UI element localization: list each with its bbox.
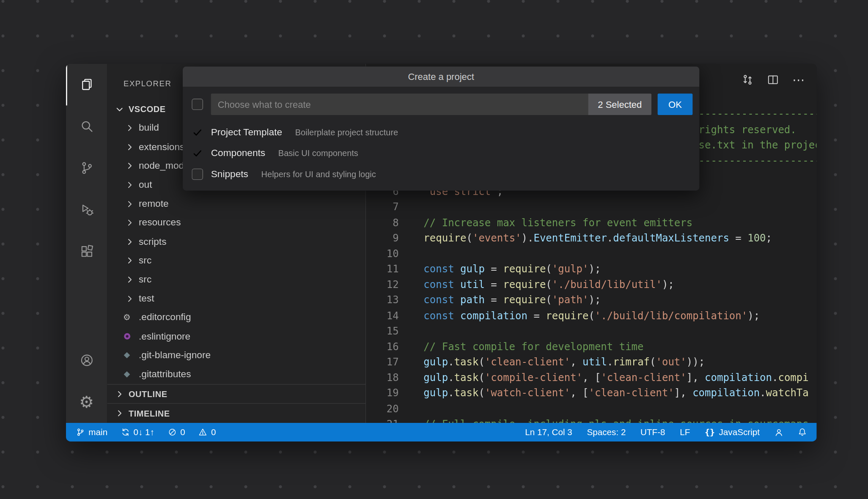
toggle-all-checkbox[interactable] [192,99,203,110]
tree-item-test[interactable]: test [107,289,365,308]
open-changes-icon[interactable] [742,74,753,86]
dialog-option-snippets[interactable]: SnippetsHelpers for UI and styling logic [183,164,699,184]
create-project-dialog: Create a project 2 Selected OK Project T… [183,66,699,190]
line-number: 18 [366,370,398,385]
feedback-icon [775,428,783,436]
line-number: 16 [366,339,398,354]
checkbox-unchecked-icon[interactable] [192,168,203,180]
tree-item-gitattributes[interactable]: .gitattributes [107,365,365,384]
line-number: 7 [366,199,398,215]
line-number: 14 [366,307,398,323]
tree-item-scripts[interactable]: scripts [107,232,365,251]
status-eol[interactable]: LF [680,427,690,437]
line-number: 20 [366,400,398,416]
chevron-right-icon [115,389,124,398]
desktop: ⚙ EXPLORER VSCODEbuildextensionsnode_mod… [0,0,868,499]
status-notifications[interactable] [798,428,807,436]
quick-input-field[interactable] [211,99,588,110]
tree-item-label: src [139,255,151,266]
chevron-right-icon [125,294,134,303]
checkbox-checked-icon[interactable] [192,126,203,138]
tree-item-label: .editorconfig [139,312,191,324]
code-text: gulp.task('clean-client', util.rimraf('o… [399,354,705,370]
option-label: Project Template [211,126,282,138]
status-errors-indicator[interactable]: 0 [168,427,185,437]
code-line: 15 [366,323,816,339]
code-line: 9require('events').EventEmitter.defaultM… [366,230,816,246]
search-icon [79,119,94,134]
eslint-file-icon [122,332,132,341]
status-label: Spaces: 2 [587,427,626,437]
tree-item-resources[interactable]: resources [107,214,365,233]
section-label: OUTLINE [129,389,168,399]
sidebar-sections: OUTLINETIMELINE [107,384,365,423]
option-label: Snippets [211,168,248,180]
sync-icon [121,428,129,436]
tree-item-label: remote [139,198,169,210]
activity-bar: ⚙ [66,64,107,423]
status-label: 0↓ 1↑ [133,427,154,437]
status-indentation[interactable]: Spaces: 2 [587,427,626,437]
dialog-options-list: Project TemplateBoilerplate project stru… [183,122,699,184]
tree-item-label: src [139,274,151,285]
tree-item-src[interactable]: src [107,251,365,270]
code-line: 7 [366,199,816,215]
dialog-input-row: 2 Selected OK [183,88,699,115]
activity-bar-run-debug[interactable] [66,189,107,231]
dialog-option-components[interactable]: ComponentsBasic UI components [183,143,699,163]
status-label: 0 [180,427,185,437]
code-line: 10 [366,246,816,261]
tree-item-label: .gitattributes [139,369,191,380]
git-file-icon [122,351,132,359]
ok-button[interactable]: OK [658,93,693,115]
status-language-mode[interactable]: {}JavaScript [705,427,760,437]
status-encoding[interactable]: UTF-8 [640,427,665,437]
tree-item-label: resources [139,217,181,229]
tree-item-eslintignore[interactable]: .eslintignore [107,327,365,346]
line-number: 15 [366,323,398,339]
activity-bar-bottom: ⚙ [66,340,107,423]
option-description: Basic UI components [278,148,358,158]
section-timeline[interactable]: TIMELINE [107,403,365,423]
split-editor-icon[interactable] [767,74,779,86]
tree-item-remote[interactable]: remote [107,195,365,214]
activity-bar-extensions[interactable] [66,230,107,272]
code-text: const gulp = require('gulp'); [399,261,601,277]
status-cursor-position[interactable]: Ln 17, Col 3 [525,427,572,437]
status-branch-indicator[interactable]: main [76,427,107,437]
code-line: 16// Fast compile for development time [366,339,816,354]
activity-bar-settings[interactable]: ⚙ [66,381,107,423]
tree-item-editorconfig[interactable]: ⚙.editorconfig [107,308,365,327]
dialog-option-project-template[interactable]: Project TemplateBoilerplate project stru… [183,122,699,143]
chevron-right-icon [125,181,134,189]
chevron-right-icon [125,237,134,246]
gear-file-icon: ⚙ [122,313,132,322]
selected-count-badge: 2 Selected [588,93,651,115]
settings-icon: ⚙ [79,394,94,410]
tree-item-label: VSCODE [129,104,166,114]
source-control-icon [76,428,85,436]
tree-item-git-blame-ignore[interactable]: .git-blame-ignore [107,346,365,365]
status-warnings-indicator[interactable]: 0 [199,427,216,437]
code-text: const path = require('path'); [399,292,601,308]
status-sync-indicator[interactable]: 0↓ 1↑ [121,427,154,437]
line-number: 12 [366,277,398,292]
more-actions-icon[interactable]: ⋯ [792,77,805,82]
activity-bar-search[interactable] [66,105,107,147]
window-body: ⚙ EXPLORER VSCODEbuildextensionsnode_mod… [66,64,817,423]
checkbox-checked-icon[interactable] [192,148,203,159]
code-line: 14const compilation = require('./build/l… [366,307,816,323]
tree-item-src[interactable]: src [107,270,365,289]
line-number: 11 [366,261,398,277]
line-number: 19 [366,385,398,401]
status-feedback[interactable] [775,428,783,436]
activity-bar-explorer[interactable] [66,64,107,106]
section-outline[interactable]: OUTLINE [107,384,365,403]
activity-bar-source-control[interactable] [66,147,107,189]
explorer-icon [79,77,94,92]
chevron-right-icon [125,123,134,132]
line-number: 17 [366,354,398,370]
status-label: 0 [211,427,216,437]
activity-bar-account[interactable] [66,340,107,381]
status-bar-right: Ln 17, Col 3Spaces: 2UTF-8LF{}JavaScript [525,427,806,437]
